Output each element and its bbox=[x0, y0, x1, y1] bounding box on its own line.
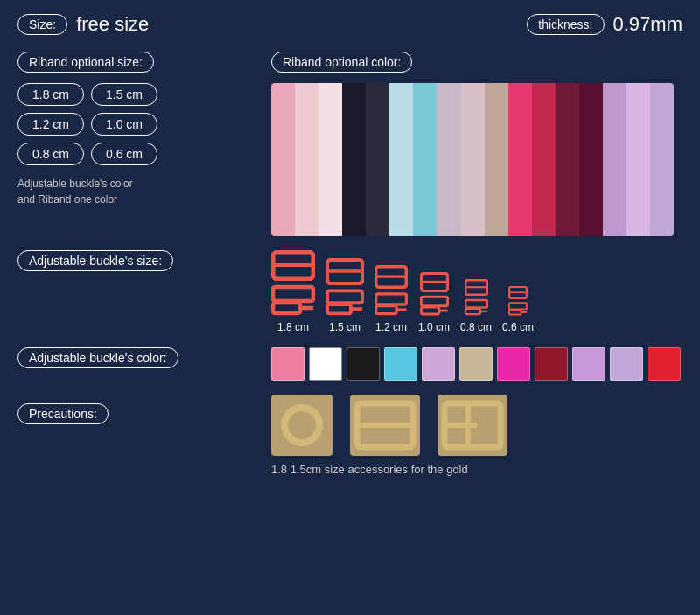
riband-color-title: Riband optional color: bbox=[271, 52, 682, 73]
size-options-grid: 1.8 cm1.5 cm1.2 cm1.0 cm0.8 cm0.6 cm bbox=[18, 83, 158, 165]
riband-size-title: Riband optional size: bbox=[18, 52, 271, 73]
buckle-top-icon bbox=[271, 250, 315, 281]
buckle-color-swatch-9 bbox=[610, 347, 643, 381]
buckle-bottom-icon bbox=[508, 301, 528, 316]
buckle-top-icon bbox=[508, 286, 528, 299]
buckle-size-label-5: 0.6 cm bbox=[502, 321, 534, 333]
riband-stripe bbox=[413, 83, 437, 236]
buckle-size-item-2: 1.2 cm bbox=[374, 265, 408, 333]
size-option-1.8cm: 1.8 cm bbox=[18, 83, 84, 106]
c-buckle-icon bbox=[438, 395, 508, 456]
buckle-color-swatch-2 bbox=[346, 347, 380, 381]
thickness-label-badge: thickness: bbox=[527, 14, 604, 35]
ring-icon bbox=[271, 395, 332, 456]
buckle-size-right: 1.8 cm 1.5 cm 1.2 cm 1.0 cm 0.8 cm 0.6 c… bbox=[271, 250, 682, 333]
size-option-1.5cm: 1.5 cm bbox=[91, 83, 158, 106]
buckle-bottom-icon bbox=[326, 287, 364, 316]
buckle-size-left: Adjustable buckle's size: bbox=[18, 250, 271, 271]
buckle-size-label-3: 1.0 cm bbox=[418, 321, 450, 333]
size-value: free size bbox=[76, 13, 149, 36]
buckle-color-swatch-6 bbox=[497, 347, 530, 381]
buckle-color-swatches bbox=[271, 347, 682, 381]
gold-c-buckle bbox=[438, 395, 508, 456]
riband-stripe bbox=[508, 83, 532, 236]
buckle-bottom-icon bbox=[465, 297, 488, 316]
riband-stripe bbox=[650, 83, 674, 236]
thickness-section: thickness: 0.97mm bbox=[527, 13, 682, 36]
buckle-bottom-icon bbox=[420, 294, 449, 316]
buckle-color-label: Adjustable buckle's color: bbox=[18, 347, 178, 368]
buckle-top-icon bbox=[465, 279, 488, 296]
riband-stripe bbox=[556, 83, 579, 236]
gold-ring bbox=[271, 395, 332, 456]
riband-stripe bbox=[485, 83, 508, 236]
precautions-label: Precautions: bbox=[18, 403, 108, 424]
precautions-section: Precautions: bbox=[18, 395, 682, 476]
riband-stripe bbox=[461, 83, 485, 236]
gold-rect-buckle bbox=[350, 395, 420, 456]
riband-stripe bbox=[366, 83, 389, 236]
riband-stripe bbox=[626, 83, 650, 236]
buckle-size-label-1: 1.5 cm bbox=[329, 321, 360, 333]
riband-size-section: Riband optional size: 1.8 cm1.5 cm1.2 cm… bbox=[18, 52, 271, 236]
buckle-size-row: Adjustable buckle's size: 1.8 cm 1.5 cm … bbox=[18, 250, 682, 333]
buckle-color-swatch-3 bbox=[384, 347, 417, 381]
buckle-size-label-4: 0.8 cm bbox=[460, 321, 492, 333]
riband-stripe bbox=[603, 83, 626, 236]
riband-stripe bbox=[318, 83, 342, 236]
buckle-color-swatch-5 bbox=[459, 347, 493, 381]
size-option-0.6cm: 0.6 cm bbox=[91, 143, 158, 165]
riband-color-section: Riband optional color: bbox=[271, 52, 682, 236]
gold-accessories-display bbox=[271, 395, 682, 456]
buckle-color-swatch-0 bbox=[271, 347, 304, 381]
buckle-color-left: Adjustable buckle's color: bbox=[18, 347, 271, 381]
thickness-value: 0.97mm bbox=[613, 13, 682, 36]
buckle-bottom-icon bbox=[271, 283, 315, 316]
header-row: Size: free size thickness: 0.97mm bbox=[18, 13, 682, 36]
buckle-size-item-1: 1.5 cm bbox=[326, 258, 364, 333]
riband-size-label: Riband optional size: bbox=[18, 52, 154, 73]
buckle-bottom-icon bbox=[374, 290, 408, 316]
buckle-size-item-3: 1.0 cm bbox=[418, 272, 450, 333]
riband-stripe bbox=[271, 83, 295, 236]
size-option-1.0cm: 1.0 cm bbox=[91, 113, 158, 136]
size-option-1.2cm: 1.2 cm bbox=[18, 113, 84, 136]
buckle-color-right bbox=[271, 347, 682, 381]
buckle-size-item-0: 1.8 cm bbox=[271, 250, 315, 333]
buckle-color-swatch-7 bbox=[535, 347, 568, 381]
buckle-color-row: Adjustable buckle's color: bbox=[18, 347, 682, 381]
svg-rect-18 bbox=[271, 395, 332, 456]
buckle-color-swatch-1 bbox=[309, 347, 342, 381]
size-option-0.8cm: 0.8 cm bbox=[18, 143, 84, 165]
riband-stripe bbox=[342, 83, 366, 236]
riband-stripe bbox=[437, 83, 460, 236]
precautions-left: Precautions: bbox=[18, 395, 271, 476]
riband-row: Riband optional size: 1.8 cm1.5 cm1.2 cm… bbox=[18, 52, 682, 236]
riband-stripe bbox=[532, 83, 556, 236]
size-section: Size: free size bbox=[18, 13, 149, 36]
buckle-color-swatch-10 bbox=[648, 347, 681, 381]
rect-buckle-icon bbox=[350, 395, 420, 456]
buckle-color-swatch-4 bbox=[422, 347, 455, 381]
riband-stripe bbox=[295, 83, 318, 236]
buckle-size-label-2: 1.2 cm bbox=[375, 321, 407, 333]
buckle-top-icon bbox=[420, 272, 449, 292]
riband-note: Adjustable buckle's color and Riband one… bbox=[18, 176, 271, 207]
buckle-size-label-0: 1.8 cm bbox=[277, 321, 309, 333]
precautions-right: 1.8 1.5cm size accessories for the gold bbox=[271, 395, 682, 476]
buckle-size-item-5: 0.6 cm bbox=[502, 286, 534, 333]
riband-color-stripes bbox=[271, 83, 674, 236]
riband-color-label: Riband optional color: bbox=[271, 52, 412, 73]
buckle-top-icon bbox=[374, 265, 408, 289]
riband-stripe bbox=[389, 83, 413, 236]
buckle-size-item-4: 0.8 cm bbox=[460, 279, 492, 333]
riband-stripe bbox=[579, 83, 603, 236]
size-label-badge: Size: bbox=[18, 14, 67, 35]
precautions-note: 1.8 1.5cm size accessories for the gold bbox=[271, 463, 682, 476]
buckle-top-icon bbox=[326, 258, 364, 285]
buckle-size-label: Adjustable buckle's size: bbox=[18, 250, 173, 271]
buckle-color-swatch-8 bbox=[572, 347, 606, 381]
